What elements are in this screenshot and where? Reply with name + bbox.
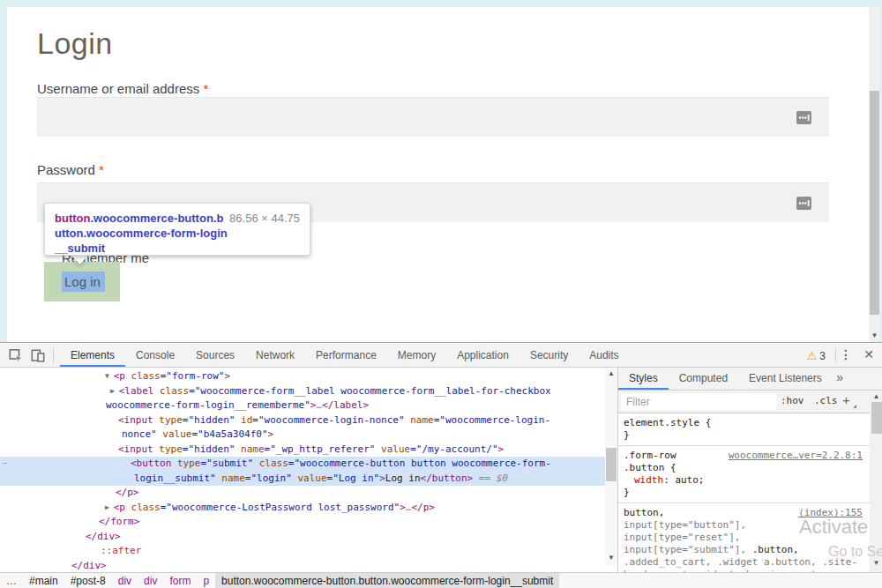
devtools-panel: ElementsConsoleSourcesNetworkPerformance… xyxy=(0,342,882,588)
breadcrumb-item[interactable]: #post-8 xyxy=(64,573,112,588)
tab-memory[interactable]: Memory xyxy=(387,344,446,367)
scroll-down-icon[interactable]: ▼ xyxy=(870,559,882,567)
elements-tree-node[interactable]: ▶ <p class="woocommerce-LostPassword los… xyxy=(0,501,617,516)
elements-tree-node[interactable]: ▶ <label class="woocommerce-form__label … xyxy=(0,384,617,399)
tab-security[interactable]: Security xyxy=(519,344,579,367)
elements-tree-node[interactable]: ▼ <p class="form-row"> xyxy=(0,369,617,384)
tooltip-dimensions: 86.56 × 44.75 xyxy=(229,212,300,225)
required-asterisk: * xyxy=(99,162,104,177)
styles-scrollbar[interactable]: ▲ ▼ xyxy=(870,391,882,572)
login-button-label: Log in xyxy=(62,274,101,289)
tab-console[interactable]: Console xyxy=(125,344,185,367)
username-label-text: Username or email address xyxy=(37,81,199,96)
breadcrumb-selected[interactable]: button.woocommerce-button.button.woocomm… xyxy=(215,573,559,588)
scroll-up-icon[interactable]: ▲ xyxy=(605,369,617,377)
elements-tree-node[interactable]: </p> xyxy=(0,486,617,501)
inspect-element-icon[interactable] xyxy=(8,348,24,363)
elements-tree-node[interactable]: </div> xyxy=(0,559,617,573)
elements-tree-node[interactable]: <input type="hidden" name="_wp_http_refe… xyxy=(0,443,617,458)
new-rule-corner-icon xyxy=(853,405,856,408)
toolbar-divider xyxy=(835,348,836,362)
breadcrumb-item[interactable]: form xyxy=(163,573,197,588)
elements-scrollbar[interactable]: ▲ ▼ xyxy=(605,368,617,565)
tab-performance[interactable]: Performance xyxy=(305,344,387,367)
warnings-badge[interactable]: ⚠3 xyxy=(807,349,826,362)
devtools-tabs: ElementsConsoleSourcesNetworkPerformance… xyxy=(60,344,630,367)
breadcrumb-item[interactable]: … xyxy=(0,573,23,588)
warning-icon: ⚠ xyxy=(807,349,818,362)
tab-audits[interactable]: Audits xyxy=(579,344,629,367)
style-rule-line[interactable]: .button { xyxy=(624,462,870,474)
tooltip-tag: button xyxy=(55,212,90,225)
style-rules: element.style {}woocommerce…ver=2.2.8:1.… xyxy=(618,413,870,588)
devtools-menu-icon[interactable]: ⋮ xyxy=(840,347,852,361)
new-style-rule-button[interactable]: + xyxy=(842,392,850,407)
elements-tree-selected-node[interactable]: <button type="submit" class="woocommerce… xyxy=(0,457,617,472)
elements-tree-node[interactable]: ::after xyxy=(0,544,617,559)
elements-tree-node[interactable]: <input type="hidden" id="woocommerce-log… xyxy=(0,413,617,428)
autofill-icon[interactable] xyxy=(796,111,811,124)
screen: { "icons": { "scroll_up": "▲", "scroll_d… xyxy=(0,0,882,588)
sidebar-tab-event-listeners[interactable]: Event Listeners xyxy=(738,368,833,390)
style-rule-section: element.style {} xyxy=(618,413,870,446)
stylesheet-source-link[interactable]: woocommerce…ver=2.2.8:1 xyxy=(729,450,863,462)
breadcrumb-item[interactable]: p xyxy=(197,573,215,588)
password-label-text: Password xyxy=(37,162,95,177)
devtools-close-icon[interactable]: ✕ xyxy=(863,347,874,361)
device-toolbar-icon[interactable] xyxy=(30,348,46,363)
elements-tree-node[interactable]: </div> xyxy=(0,530,617,545)
sidebar-tab-computed[interactable]: Computed xyxy=(669,368,738,390)
scroll-down-icon[interactable]: ▼ xyxy=(605,554,617,562)
style-rule-line[interactable]: } xyxy=(624,429,870,442)
breadcrumb-item[interactable]: div xyxy=(112,573,138,588)
toggle-class-button[interactable]: .cls xyxy=(814,395,838,406)
more-tabs-icon[interactable]: » xyxy=(836,370,843,384)
scroll-up-icon[interactable]: ▲ xyxy=(870,392,882,400)
style-rule-line[interactable]: (index):155button, xyxy=(624,507,870,519)
login-button-content-box[interactable]: Log in xyxy=(62,272,105,292)
tab-application[interactable]: Application xyxy=(446,344,519,367)
sidebar-tab-styles[interactable]: Styles xyxy=(618,368,669,390)
style-rule-line[interactable]: input[type="reset"], xyxy=(624,532,870,544)
toolbar-divider xyxy=(53,348,54,363)
style-rule-line[interactable]: element.style { xyxy=(624,417,870,429)
style-rule-line[interactable]: input[type="submit"], .button, xyxy=(624,544,870,556)
page-scrollbar[interactable]: ▼ xyxy=(869,7,880,342)
password-label: Password * xyxy=(37,162,104,177)
page-scrollbar-thumb[interactable] xyxy=(870,91,879,315)
elements-scrollbar-thumb[interactable] xyxy=(606,448,617,481)
elements-tree-node[interactable]: </form> xyxy=(0,515,617,530)
tab-sources[interactable]: Sources xyxy=(185,344,245,367)
elements-tree: ▼ <p class="form-row">▶ <label class="wo… xyxy=(0,368,617,572)
browser-viewport: Login Username or email address * Passwo… xyxy=(0,0,882,342)
scroll-down-icon[interactable]: ▼ xyxy=(869,331,880,339)
elements-tree-selected-node[interactable]: login__submit" name="login" value="Log i… xyxy=(0,472,617,487)
tab-network[interactable]: Network xyxy=(245,344,305,367)
gutter-dots-icon[interactable]: ··· xyxy=(2,458,7,467)
page-title: Login xyxy=(37,26,113,61)
breadcrumb-item[interactable]: div xyxy=(138,573,163,588)
stylesheet-source-link[interactable]: (index):155 xyxy=(798,507,863,519)
style-rule-line[interactable]: input[type="button"], xyxy=(624,519,870,532)
tab-elements[interactable]: Elements xyxy=(60,344,125,367)
styles-filter-row: :hov .cls + xyxy=(618,391,882,413)
login-page: Login Username or email address * Passwo… xyxy=(7,7,869,342)
styles-scrollbar-thumb[interactable] xyxy=(871,402,882,434)
login-button-highlight[interactable]: Log in xyxy=(44,262,120,301)
style-rule-section: woocommerce…ver=2.2.8:1.form-row.button … xyxy=(618,446,870,503)
toggle-hover-state-button[interactable]: :hov xyxy=(781,395,804,406)
inspect-tooltip: 86.56 × 44.75 button.woocommerce-button.… xyxy=(44,203,310,256)
elements-tree-node[interactable]: woocommerce-form-login__rememberme">…</l… xyxy=(0,398,617,413)
autofill-icon[interactable] xyxy=(796,197,811,210)
styles-sidebar: StylesComputedEvent Listeners » :hov .cl… xyxy=(617,368,882,572)
style-rule-line[interactable]: } xyxy=(624,487,870,499)
breadcrumb-item[interactable]: #main xyxy=(23,573,64,588)
style-rule-line[interactable]: woocommerce…ver=2.2.8:1.form-row xyxy=(624,450,870,462)
username-input[interactable] xyxy=(37,97,829,137)
styles-filter-input[interactable] xyxy=(621,393,776,410)
username-label: Username or email address * xyxy=(37,81,208,96)
style-rule-line[interactable]: width: auto; xyxy=(624,474,870,487)
elements-tree-node[interactable]: nonce" value="b4a5a304f0"> xyxy=(0,428,617,443)
devtools-toolbar: ElementsConsoleSourcesNetworkPerformance… xyxy=(0,344,882,368)
style-rule-line[interactable]: .added_to_cart, .widget a.button, .site- xyxy=(624,556,870,569)
